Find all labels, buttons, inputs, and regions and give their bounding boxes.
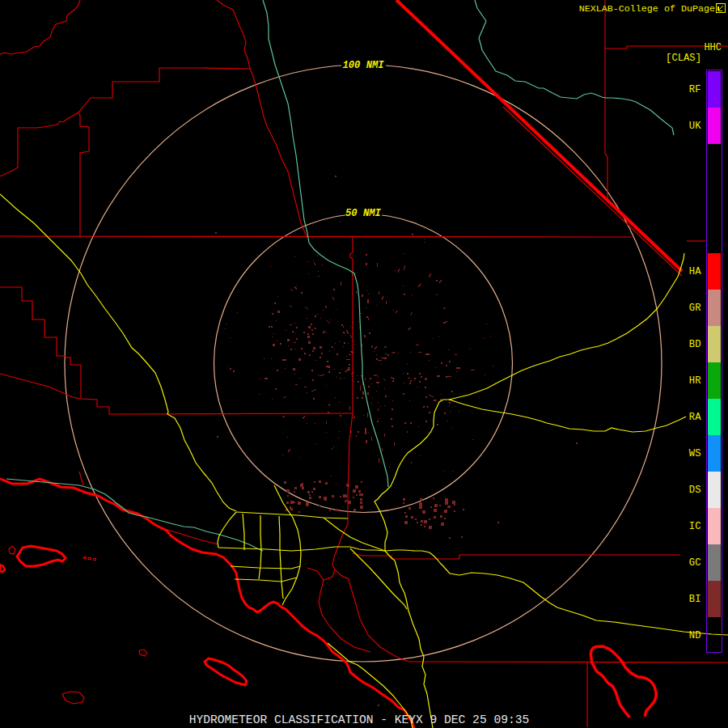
svg-text:IC: IC: [689, 521, 701, 532]
svg-text:HYDROMETEOR CLASSIFICATION - K: HYDROMETEOR CLASSIFICATION - KEYX 9 DEC …: [189, 713, 529, 726]
svg-text:GR: GR: [689, 303, 701, 314]
svg-text:ND: ND: [689, 630, 701, 641]
svg-text:NEXLAB-College of DuPage: NEXLAB-College of DuPage: [579, 3, 715, 15]
svg-text:DS: DS: [689, 485, 701, 496]
svg-text:HR: HR: [689, 375, 701, 387]
svg-text:RA: RA: [689, 412, 701, 423]
svg-text:WS: WS: [689, 448, 701, 459]
svg-text:50 NMI: 50 NMI: [345, 208, 382, 219]
svg-text:[CLAS]: [CLAS]: [666, 53, 701, 64]
svg-text:UK: UK: [689, 121, 701, 132]
svg-text:BI: BI: [689, 594, 701, 605]
svg-text:BD: BD: [689, 339, 701, 350]
svg-text:RF: RF: [689, 84, 701, 95]
svg-text:HA: HA: [689, 266, 701, 277]
svg-text:HHC: HHC: [704, 42, 722, 53]
svg-text:100 NMI: 100 NMI: [342, 60, 384, 71]
svg-text:GC: GC: [689, 557, 701, 569]
